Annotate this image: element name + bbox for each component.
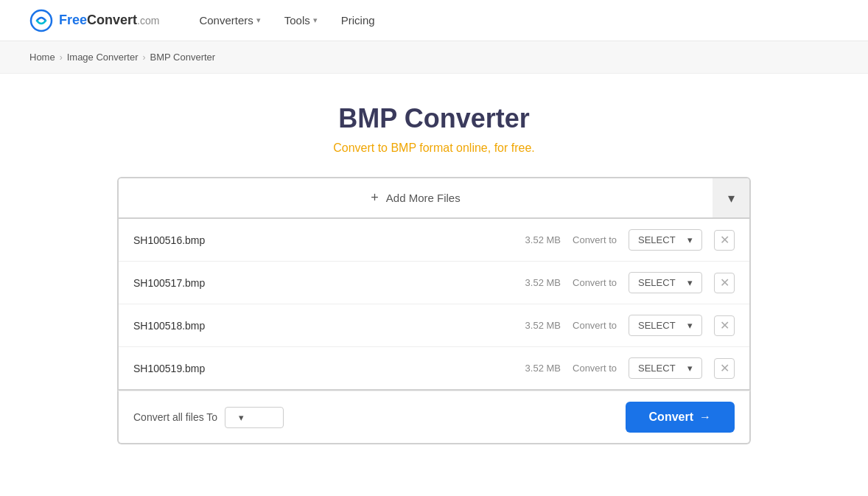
convert-to-label-3: Convert to (573, 320, 617, 331)
breadcrumb-image-converter[interactable]: Image Converter (67, 52, 139, 63)
convert-button[interactable]: Convert → (626, 402, 735, 433)
remove-icon-4: ✕ (720, 361, 729, 375)
table-row: SH100517.bmp 3.52 MB Convert to SELECT ▾… (119, 262, 749, 304)
remove-file-2[interactable]: ✕ (714, 273, 735, 293)
breadcrumb-home[interactable]: Home (29, 52, 55, 63)
remove-icon-1: ✕ (720, 233, 729, 247)
breadcrumb-sep-2: › (143, 52, 146, 63)
file-name-2: SH100517.bmp (133, 277, 497, 289)
select-label-4: SELECT (638, 363, 676, 374)
converters-chevron-icon: ▾ (256, 15, 261, 25)
remove-file-3[interactable]: ✕ (714, 315, 735, 336)
convert-button-label: Convert (649, 411, 693, 424)
logo-icon (29, 9, 53, 32)
add-files-button[interactable]: + Add More Files (119, 178, 713, 217)
convert-arrow-icon: → (699, 411, 711, 424)
logo-text: FreeConvert.com (59, 13, 159, 28)
svg-point-0 (31, 10, 52, 31)
page-subtitle: Convert to BMP format online, for free. (117, 142, 751, 155)
upload-chevron-icon: ▾ (728, 190, 735, 206)
add-files-label: Add More Files (386, 192, 461, 204)
file-size-2: 3.52 MB (509, 277, 561, 288)
bottom-bar: Convert all files To ▾ Convert → (117, 391, 751, 444)
convert-all-wrap: Convert all files To ▾ (133, 407, 284, 428)
select-format-2[interactable]: SELECT ▾ (629, 272, 702, 293)
remove-file-1[interactable]: ✕ (714, 230, 735, 251)
navbar: FreeConvert.com Converters ▾ Tools ▾ Pri… (0, 0, 868, 41)
file-name-1: SH100516.bmp (133, 234, 497, 246)
remove-icon-2: ✕ (720, 276, 729, 290)
select-label-1: SELECT (638, 234, 676, 245)
page-title: BMP Converter (117, 103, 751, 134)
table-row: SH100518.bmp 3.52 MB Convert to SELECT ▾… (119, 304, 749, 347)
breadcrumb: Home › Image Converter › BMP Converter (0, 41, 868, 74)
file-size-3: 3.52 MB (509, 320, 561, 331)
convert-to-label-1: Convert to (573, 234, 617, 245)
logo[interactable]: FreeConvert.com (29, 9, 159, 32)
file-name-4: SH100519.bmp (133, 363, 497, 374)
select-format-3[interactable]: SELECT ▾ (629, 315, 702, 336)
convert-to-label-4: Convert to (573, 363, 617, 374)
select-chevron-2: ▾ (687, 277, 693, 288)
select-format-4[interactable]: SELECT ▾ (629, 357, 702, 379)
convert-to-label-2: Convert to (573, 277, 617, 288)
select-chevron-4: ▾ (687, 363, 693, 374)
convert-all-label: Convert all files To (133, 411, 217, 423)
nav-converters[interactable]: Converters ▾ (189, 8, 270, 32)
convert-all-select[interactable]: ▾ (225, 407, 284, 428)
select-format-1[interactable]: SELECT ▾ (629, 229, 702, 251)
remove-file-4[interactable]: ✕ (714, 358, 735, 379)
upload-dropdown-toggle[interactable]: ▾ (713, 178, 749, 217)
file-name-3: SH100518.bmp (133, 320, 497, 332)
file-size-4: 3.52 MB (509, 363, 561, 374)
select-chevron-1: ▾ (687, 234, 693, 245)
convert-all-chevron-icon: ▾ (239, 412, 244, 423)
plus-icon: + (371, 190, 379, 206)
remove-icon-3: ✕ (720, 318, 729, 332)
nav-pricing[interactable]: Pricing (331, 8, 385, 32)
tools-chevron-icon: ▾ (313, 15, 318, 25)
select-label-2: SELECT (638, 277, 676, 288)
breadcrumb-current: BMP Converter (150, 52, 216, 63)
select-label-3: SELECT (638, 320, 676, 331)
file-list: SH100516.bmp 3.52 MB Convert to SELECT ▾… (117, 219, 751, 391)
table-row: SH100516.bmp 3.52 MB Convert to SELECT ▾… (119, 219, 749, 262)
breadcrumb-sep-1: › (60, 52, 63, 63)
table-row: SH100519.bmp 3.52 MB Convert to SELECT ▾… (119, 347, 749, 389)
main-content: BMP Converter Convert to BMP format onli… (102, 74, 766, 474)
nav-links: Converters ▾ Tools ▾ Pricing (189, 8, 839, 32)
file-size-1: 3.52 MB (509, 234, 561, 245)
upload-bar: + Add More Files ▾ (117, 177, 751, 219)
select-chevron-3: ▾ (687, 320, 693, 331)
nav-tools[interactable]: Tools ▾ (274, 8, 328, 32)
